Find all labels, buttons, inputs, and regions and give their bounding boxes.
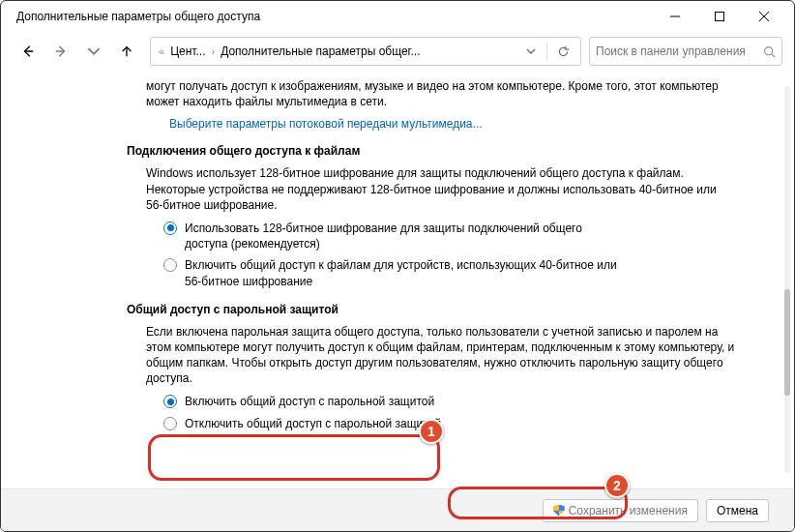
svg-point-7 [765, 46, 773, 54]
encryption-128-radio[interactable]: Использовать 128-битное шифрование для з… [163, 221, 628, 251]
cancel-label: Отмена [717, 504, 758, 517]
scrollbar[interactable] [784, 86, 790, 473]
radio-label: Включить общий доступ к файлам для устро… [185, 257, 628, 288]
nav-bar: « Цент... › Дополнительные параметры общ… [1, 32, 794, 71]
svg-line-8 [772, 53, 775, 56]
save-button[interactable]: Сохранить изменения [543, 499, 698, 522]
cancel-button[interactable]: Отмена [706, 499, 769, 522]
up-button[interactable] [111, 38, 142, 65]
encryption-section-title: Подключения общего доступа к файлам [127, 144, 736, 158]
shield-icon [553, 505, 565, 517]
password-off-radio[interactable]: Отключить общий доступ с парольной защит… [163, 416, 628, 431]
radio-icon [163, 417, 177, 430]
back-button[interactable] [13, 38, 44, 65]
refresh-button[interactable] [551, 40, 574, 63]
scrollbar-thumb[interactable] [784, 289, 790, 396]
password-on-radio[interactable]: Включить общий доступ с парольной защито… [163, 394, 628, 409]
save-label: Сохранить изменения [569, 504, 688, 517]
radio-label: Включить общий доступ с парольной защито… [185, 394, 434, 409]
radio-label: Использовать 128-битное шифрование для з… [185, 221, 628, 251]
radio-icon [163, 222, 177, 235]
address-bar[interactable]: « Цент... › Дополнительные параметры общ… [150, 37, 581, 66]
breadcrumb-prefix: « [157, 45, 166, 57]
media-paragraph: могут получать доступ к изображениям, му… [146, 78, 736, 109]
media-streaming-link[interactable]: Выберите параметры потоковой передачи му… [169, 117, 736, 131]
breadcrumb-1[interactable]: Цент... [170, 44, 205, 58]
search-input[interactable] [596, 44, 757, 58]
password-paragraph: Если включена парольная защита общего до… [146, 324, 736, 387]
radio-icon [163, 395, 177, 408]
footer-bar: Сохранить изменения Отмена [1, 488, 794, 531]
radio-label: Отключить общий доступ с парольной защит… [185, 416, 441, 431]
radio-icon [163, 258, 177, 272]
maximize-button[interactable] [697, 2, 742, 31]
encryption-4056-radio[interactable]: Включить общий доступ к файлам для устро… [163, 257, 628, 288]
forward-button[interactable] [45, 38, 76, 65]
minimize-button[interactable] [653, 2, 697, 31]
chevron-right-icon: › [209, 45, 217, 57]
close-button[interactable] [742, 2, 786, 31]
recent-dropdown[interactable] [78, 38, 109, 65]
titlebar: Дополнительные параметры общего доступа [1, 1, 794, 32]
search-icon [763, 45, 776, 58]
window-title: Дополнительные параметры общего доступа [16, 10, 653, 23]
breadcrumb-2[interactable]: Дополнительные параметры общег... [221, 44, 420, 58]
content-pane: могут получать доступ к изображениям, му… [1, 78, 794, 488]
password-section-title: Общий доступ с парольной защитой [127, 303, 736, 316]
address-dropdown[interactable] [519, 40, 543, 63]
search-box[interactable] [589, 37, 782, 66]
svg-rect-1 [716, 13, 724, 21]
encryption-paragraph: Windows использует 128-битное шифрование… [146, 165, 736, 213]
